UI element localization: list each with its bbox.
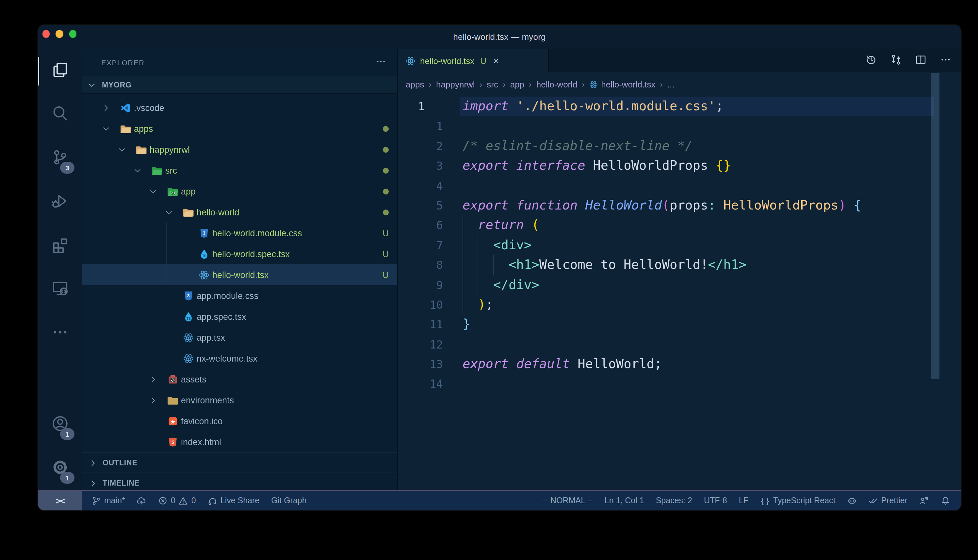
breadcrumb-item[interactable]: happynrwl [436,80,475,89]
git-modified-dot-icon [383,147,389,152]
outline-section-header[interactable]: OUTLINE [82,452,397,473]
chevron-right-icon [89,458,97,467]
breadcrumb-item[interactable]: apps [406,80,424,89]
tree-item-index-html[interactable]: 5index.html [82,432,397,452]
zoom-window-button[interactable] [69,30,77,38]
activity-item-search[interactable] [38,93,82,137]
tree-item-hello-world-spec-tsx[interactable]: TShello-world.spec.tsxU [82,243,397,264]
status-item-encoding[interactable]: UTF-8 [698,491,733,510]
tree-item--vscode[interactable]: .vscode [82,97,397,118]
tree-item-assets[interactable]: assets [82,369,397,390]
favicon-icon: ★ [167,415,178,427]
sidebar-title: EXPLORER [101,59,145,67]
react-icon [183,332,194,343]
svg-text:★: ★ [170,418,176,425]
activity-item-settings[interactable]: 1 [38,447,82,490]
tree-item-app-spec-tsx[interactable]: TSapp.spec.tsx [82,306,397,327]
git-modified-dot-icon [383,167,389,173]
tree-item-src[interactable]: src [82,160,397,181]
explorer-more-actions-button[interactable] [376,56,386,69]
close-window-button[interactable] [42,30,50,38]
status-item-vim-mode[interactable]: -- NORMAL -- [537,491,599,510]
activity-item-explorer[interactable] [38,49,82,93]
status-item-feedback[interactable] [913,491,935,510]
editor-scrollbar[interactable] [931,73,940,379]
code-line: 4 [398,176,961,196]
folder-env-icon [167,395,178,406]
explorer-sidebar: EXPLORER MYORG .vscodeappshappynrwlsrcap… [82,49,398,490]
chevron-right-icon [89,479,97,487]
test-icon: TS [199,248,210,260]
breadcrumb-item[interactable]: src [487,80,498,89]
line-number: 6 [398,216,450,236]
status-item-git-branch[interactable]: main* [85,491,131,510]
activity-item-accounts[interactable]: 1 [38,403,82,447]
status-item-cursor-position[interactable]: Ln 1, Col 1 [599,491,650,510]
activity-item-remote-explorer[interactable] [38,268,82,311]
tree-item-nx-welcome-tsx[interactable]: nx-welcome.tsx [82,348,397,369]
status-right-group: -- NORMAL --Ln 1, Col 1Spaces: 2UTF-8LF{… [537,491,961,510]
timeline-history-button[interactable] [866,54,877,68]
ellipsis-icon [940,54,951,68]
tree-item-app[interactable]: app [82,181,397,202]
more-actions-button[interactable] [940,54,951,68]
breadcrumb-separator: › [660,80,663,89]
activity-badge: 1 [60,428,75,440]
minimize-window-button[interactable] [55,30,63,38]
debug-icon [52,192,69,212]
tree-item-app-module-css[interactable]: 3app.module.css [82,285,397,306]
breadcrumb: apps›happynrwl›src›app›hello-world›hello… [398,72,961,97]
svg-text:TS: TS [187,317,191,320]
breadcrumb-item[interactable]: hello-world [537,80,577,89]
files-icon [52,61,69,81]
status-item-language-mode[interactable]: {}TypeScript React [754,491,841,510]
open-changes-button[interactable] [891,54,901,68]
status-item-git-graph[interactable]: Git Graph [265,491,312,510]
status-item-notifications[interactable] [935,491,956,510]
status-item-sync-changes[interactable] [131,491,152,510]
line-number: 7 [398,235,450,255]
activity-item-more[interactable] [38,311,82,355]
window-title: hello-world.tsx — myorg [453,32,545,42]
close-tab-icon[interactable]: × [493,56,499,65]
status-item-indentation[interactable]: Spaces: 2 [650,491,698,510]
tree-item-happynrwl[interactable]: happynrwl [82,139,397,160]
split-editor-button[interactable] [915,54,926,68]
activity-item-run-debug[interactable] [38,180,82,224]
tab-dirty-badge: U [480,56,486,66]
git-status-badge: U [383,249,389,259]
chevron-down-icon [118,145,136,154]
timeline-section-header[interactable]: TIMELINE [82,473,397,490]
line-number: 5 [398,196,450,216]
tree-item-favicon-ico[interactable]: ★favicon.ico [82,410,397,432]
code-line: 11} [398,315,961,335]
tree-item-hello-world-tsx[interactable]: hello-world.tsxU [82,264,397,285]
search-icon [52,105,69,124]
code-line: 3export interface HelloWorldProps {} [398,156,961,176]
workspace-section-header[interactable]: MYORG [82,77,397,94]
breadcrumb-item[interactable]: hello-world.tsx [589,80,655,89]
status-item-eol[interactable]: LF [733,491,754,510]
tab-hello-world-tsx[interactable]: hello-world.tsx U × [398,49,549,72]
tree-item-environments[interactable]: environments [82,390,397,410]
activity-item-source-control[interactable]: 3 [38,137,82,180]
code-editor[interactable]: 1import './hello-world.module.css';12/* … [398,97,961,490]
tree-item-hello-world[interactable]: hello-world [82,202,397,223]
breadcrumb-item[interactable]: ... [667,80,675,89]
activity-item-extensions[interactable] [38,224,82,268]
status-item-copilot[interactable] [841,491,863,510]
tree-item-app-tsx[interactable]: app.tsx [82,327,397,348]
activity-bar: 311 [38,49,82,490]
tree-item-hello-world-module-css[interactable]: 3hello-world.module.cssU [82,223,397,243]
breadcrumb-item[interactable]: app [510,80,524,89]
workspace-name: MYORG [102,81,132,89]
chevron-right-icon [102,103,120,112]
code-line: 1 [398,117,961,137]
status-item-prettier[interactable]: Prettier [863,491,913,510]
remote-indicator[interactable]: >< [38,491,82,510]
code-line: 8 <h1>Welcome to HelloWorld!</h1> [398,255,961,275]
status-item-problems[interactable]: 00 [152,491,202,510]
status-item-live-share[interactable]: Live Share [202,491,266,510]
line-number: 8 [398,255,450,275]
tree-item-apps[interactable]: apps [82,118,397,139]
